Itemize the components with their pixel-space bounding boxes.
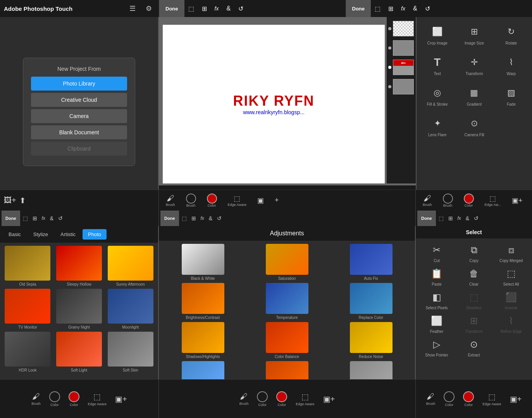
- select-feather[interactable]: ⬜ Feather: [420, 313, 454, 334]
- adjust-tool-1[interactable]: ⊞: [198, 0, 211, 17]
- vb-color-1[interactable]: Color: [67, 390, 81, 408]
- canvas-area[interactable]: RIKY RYFN www.realrikyryfn.blogsp...: [163, 25, 385, 183]
- adj-auto-fix[interactable]: Auto Fix: [330, 244, 412, 281]
- fx-tool-2[interactable]: fx: [397, 0, 409, 17]
- done-button-2[interactable]: Done: [346, 0, 371, 17]
- tool-rotate[interactable]: ↻ Rotate: [494, 21, 528, 48]
- brush-tool-2[interactable]: 🖌 Brush: [420, 192, 435, 208]
- tool-warp[interactable]: ⌇ Warp: [494, 51, 528, 79]
- fx-lower-3[interactable]: fx: [456, 211, 463, 226]
- select-copy[interactable]: ⧉ Copy: [457, 242, 491, 263]
- tool-fade[interactable]: ▨ Fade: [494, 82, 528, 110]
- undo-lower-3[interactable]: ↺: [472, 211, 480, 226]
- sel-tool-lower-3[interactable]: ⬚: [437, 211, 446, 226]
- tool-camera-fill[interactable]: ⊙ Camera Fill: [457, 113, 491, 140]
- undo-tool-1[interactable]: ↺: [234, 0, 247, 17]
- sel-tool-lower-2[interactable]: ⬚: [180, 211, 189, 226]
- combine-lower-1[interactable]: &: [48, 211, 55, 226]
- camera-btn[interactable]: Camera: [31, 109, 127, 123]
- brush-circle-1[interactable]: Brush: [183, 192, 199, 209]
- menu-icon[interactable]: ☰: [126, 3, 139, 14]
- adj-tool-lower-3[interactable]: ⊞: [446, 211, 455, 226]
- vb-layers-1[interactable]: ▣+: [114, 393, 129, 405]
- undo-tool-2[interactable]: ↺: [421, 0, 434, 17]
- select-deselect[interactable]: ⬚ Deselect: [457, 290, 491, 310]
- adj-reduce-noise[interactable]: Reduce Noise: [330, 322, 412, 359]
- tool-image-size[interactable]: ⊞ Image Size: [457, 21, 491, 48]
- add-photo-btn[interactable]: 🖼+: [4, 196, 16, 205]
- select-transform[interactable]: ⊞ Transform: [457, 313, 491, 334]
- selection-tool-2[interactable]: ⬚: [371, 0, 384, 17]
- vb-layers-2[interactable]: ▣+: [322, 393, 337, 405]
- share-btn[interactable]: ⬆: [19, 196, 26, 205]
- vb-layers-add-3[interactable]: ▣+: [508, 393, 523, 405]
- filter-tv-monitor[interactable]: TV Monitor: [3, 289, 52, 329]
- adj-shadows[interactable]: Shadows/Highlights: [162, 322, 244, 359]
- vb-brush-circle-3[interactable]: Color: [442, 390, 456, 408]
- tool-crop-image[interactable]: ⬜ Crop Image: [420, 21, 454, 48]
- done-button-1[interactable]: Done: [159, 0, 184, 17]
- color-picker-1[interactable]: Color: [204, 192, 220, 209]
- sel-tool-lower-1[interactable]: ⬚: [21, 211, 30, 226]
- vb-brush-circle-2[interactable]: Color: [255, 390, 269, 408]
- adj-tool-lower-1[interactable]: ⊞: [31, 211, 39, 226]
- select-inverse[interactable]: ⬛ Inverse: [494, 290, 528, 310]
- undo-lower-2[interactable]: ↺: [215, 211, 224, 226]
- adj-saturation[interactable]: Saturation: [246, 244, 328, 281]
- combine-tool-2[interactable]: &: [409, 0, 421, 17]
- select-extract[interactable]: ⊙ Extract: [457, 337, 491, 357]
- tool-transform[interactable]: ✛ Transform: [457, 51, 491, 79]
- vb-brush-2[interactable]: 🖌 Brush: [238, 391, 250, 407]
- combine-lower-2[interactable]: &: [207, 211, 214, 226]
- layer-thumb-4[interactable]: [393, 79, 414, 94]
- tab-photo[interactable]: Photo: [83, 229, 107, 240]
- vb-brush-circle-1[interactable]: Color: [48, 390, 62, 408]
- fx-tool-1[interactable]: fx: [211, 0, 223, 17]
- brush-circle-2[interactable]: Brush: [440, 192, 456, 209]
- photo-library-btn[interactable]: Photo Library: [31, 77, 127, 91]
- vb-color-2[interactable]: Color: [275, 390, 289, 408]
- done-button-lower-3[interactable]: Done: [417, 211, 436, 226]
- vb-color-3[interactable]: Color: [461, 390, 475, 408]
- adj-bw[interactable]: Black & White: [162, 244, 244, 281]
- undo-lower-1[interactable]: ↺: [56, 211, 65, 226]
- filter-old-sepia[interactable]: Old Sepia: [3, 246, 52, 286]
- adjust-tool-2[interactable]: ⊞: [384, 0, 397, 17]
- filter-hdr-look[interactable]: HDR Look: [3, 332, 52, 372]
- color-picker-2[interactable]: Color: [461, 192, 477, 209]
- adj-replace-color[interactable]: Replace Color: [330, 283, 412, 320]
- filter-sleepy-hollow[interactable]: Sleepy Hollow: [55, 246, 104, 286]
- vb-brush-3[interactable]: 🖌 Brush: [425, 391, 437, 407]
- combine-tool-1[interactable]: &: [222, 0, 234, 17]
- layer-thumb-1[interactable]: [393, 21, 414, 36]
- select-pixels[interactable]: ◧ Select Pixels: [420, 290, 454, 310]
- adj-brightness[interactable]: Brightness/Contrast: [162, 283, 244, 320]
- layers-btn-1[interactable]: ▣: [254, 195, 267, 206]
- filter-soft-light[interactable]: Soft Light: [55, 332, 104, 372]
- layer-thumb-2[interactable]: [393, 40, 414, 56]
- select-show-pointer[interactable]: ▷ Show Pointer: [420, 337, 454, 357]
- select-copy-merged[interactable]: ⧈ Copy Merged: [494, 242, 528, 263]
- tab-basic[interactable]: Basic: [3, 229, 26, 240]
- edge-aware-2[interactable]: ⬚ Edge Aw...: [482, 193, 504, 208]
- tool-fill-stroke[interactable]: ◎ Fill & Stroke: [420, 82, 454, 110]
- layer-thumb-3[interactable]: abc: [393, 60, 414, 75]
- tab-artistic[interactable]: Artistic: [55, 229, 81, 240]
- add-btn-1[interactable]: +: [272, 195, 282, 206]
- filter-soft-skin[interactable]: Soft Skin: [106, 332, 155, 372]
- done-button-lower-1[interactable]: Done: [2, 211, 20, 226]
- brush-tool-1[interactable]: 🖌 Brush: [163, 192, 178, 208]
- filter-grainy-night[interactable]: Grainy Night: [55, 289, 104, 329]
- select-paste[interactable]: 📋 Paste: [420, 266, 454, 286]
- tool-lens-flare[interactable]: ✦ Lens Flare: [420, 113, 454, 140]
- tab-stylize[interactable]: Stylize: [28, 229, 53, 240]
- select-cut[interactable]: ✂ Cut: [420, 242, 454, 263]
- adj-temperature[interactable]: Temperature: [246, 283, 328, 320]
- vb-edge-1[interactable]: ⬚ Edge Aware: [86, 391, 108, 408]
- combine-lower-3[interactable]: &: [464, 211, 471, 226]
- layers-add-btn[interactable]: ▣+: [509, 195, 526, 206]
- filter-moonlight[interactable]: Moonlight: [106, 289, 155, 329]
- vb-edge-2[interactable]: ⬚ Edge Aware: [294, 391, 316, 408]
- selection-tool-1[interactable]: ⬚: [184, 0, 198, 17]
- filter-sunny-afternoon[interactable]: Sunny Afternoon: [106, 246, 155, 286]
